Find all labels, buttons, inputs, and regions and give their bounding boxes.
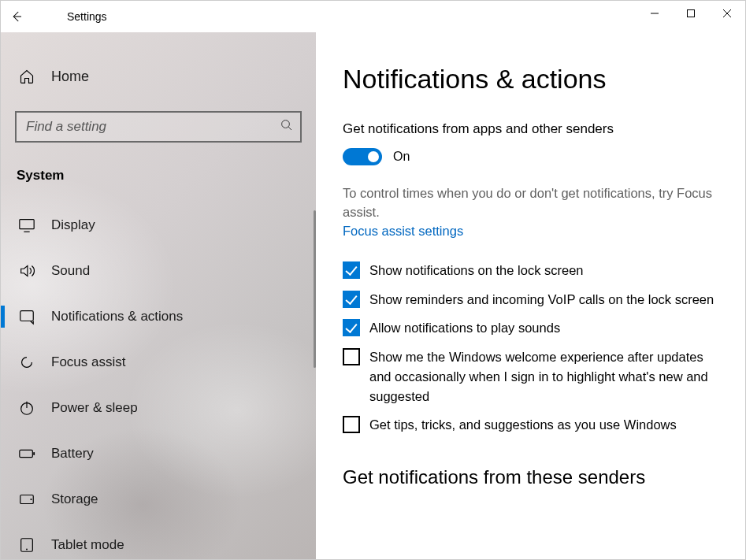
close-icon bbox=[722, 9, 732, 18]
checkbox-row-sounds: Allow notifications to play sounds bbox=[343, 318, 723, 338]
checkbox-welcome[interactable] bbox=[343, 348, 360, 365]
home-nav[interactable]: Home bbox=[1, 56, 316, 97]
svg-line-5 bbox=[288, 127, 291, 130]
checkbox-tips[interactable] bbox=[343, 416, 360, 433]
checkbox-sounds[interactable] bbox=[343, 319, 360, 336]
home-label: Home bbox=[51, 69, 89, 85]
focus-assist-desc: To control times when you do or don't ge… bbox=[343, 184, 723, 222]
toggle-state: On bbox=[393, 150, 410, 164]
checkbox-label: Show notifications on the lock screen bbox=[369, 261, 584, 280]
senders-section-title: Get notifications from these senders bbox=[343, 466, 723, 488]
search-icon bbox=[280, 118, 294, 135]
svg-point-4 bbox=[282, 121, 290, 128]
svg-point-16 bbox=[26, 549, 28, 551]
checkbox-row-tips: Get tips, tricks, and suggestions as you… bbox=[343, 415, 723, 435]
sidebar-item-battery[interactable]: Battery bbox=[1, 431, 316, 477]
power-icon bbox=[18, 399, 35, 417]
nav-list: Display Sound Notifications & actions Fo… bbox=[1, 202, 316, 560]
sidebar-item-label: Battery bbox=[51, 446, 94, 462]
svg-rect-1 bbox=[688, 10, 695, 17]
arrow-left-icon bbox=[9, 9, 24, 24]
section-header: System bbox=[1, 158, 316, 202]
sidebar-item-label: Power & sleep bbox=[51, 400, 138, 416]
checkbox-label: Show me the Windows welcome experience a… bbox=[369, 347, 723, 406]
tablet-icon bbox=[18, 536, 35, 554]
window-controls bbox=[637, 1, 745, 26]
storage-icon bbox=[18, 491, 35, 508]
sound-icon bbox=[18, 262, 35, 280]
checkbox-row-welcome: Show me the Windows welcome experience a… bbox=[343, 347, 723, 406]
back-button[interactable] bbox=[1, 1, 32, 32]
checkbox-label: Show reminders and incoming VoIP calls o… bbox=[369, 290, 714, 310]
home-icon bbox=[18, 68, 35, 85]
toggle-label: Get notifications from apps and other se… bbox=[343, 121, 723, 137]
checkbox-label: Get tips, tricks, and suggestions as you… bbox=[369, 415, 677, 435]
sidebar-item-label: Sound bbox=[51, 263, 90, 279]
close-button[interactable] bbox=[709, 1, 745, 26]
sidebar-item-display[interactable]: Display bbox=[1, 202, 316, 248]
page-title: Notifications & actions bbox=[343, 64, 723, 95]
display-icon bbox=[18, 217, 35, 234]
checkbox-row-lockscreen: Show notifications on the lock screen bbox=[343, 261, 723, 280]
minimize-button[interactable] bbox=[637, 1, 673, 26]
sidebar-item-notifications[interactable]: Notifications & actions bbox=[1, 294, 316, 339]
minimize-icon bbox=[650, 9, 659, 18]
sidebar-item-label: Focus assist bbox=[51, 354, 125, 370]
search-wrap bbox=[15, 111, 302, 143]
window-title: Settings bbox=[67, 10, 107, 23]
sidebar-item-label: Notifications & actions bbox=[51, 309, 183, 325]
sidebar-item-label: Storage bbox=[51, 491, 98, 507]
sidebar-item-focus-assist[interactable]: Focus assist bbox=[1, 339, 316, 385]
sidebar: Home System Display Sound Notifications … bbox=[1, 32, 316, 560]
sidebar-item-storage[interactable]: Storage bbox=[1, 477, 316, 522]
sidebar-item-power[interactable]: Power & sleep bbox=[1, 385, 316, 431]
sidebar-item-label: Tablet mode bbox=[51, 537, 124, 553]
checkbox-reminders[interactable] bbox=[343, 291, 360, 308]
titlebar: Settings bbox=[1, 1, 745, 32]
checkbox-row-reminders: Show reminders and incoming VoIP calls o… bbox=[343, 290, 723, 310]
focus-assist-link[interactable]: Focus assist settings bbox=[343, 224, 463, 239]
svg-rect-12 bbox=[33, 452, 35, 455]
focus-assist-icon bbox=[18, 354, 35, 371]
svg-rect-6 bbox=[20, 220, 34, 229]
sidebar-item-sound[interactable]: Sound bbox=[1, 248, 316, 294]
toggle-row: On bbox=[343, 148, 723, 165]
sidebar-item-label: Display bbox=[51, 217, 95, 233]
checkbox-label: Allow notifications to play sounds bbox=[369, 318, 560, 338]
svg-rect-11 bbox=[20, 450, 33, 457]
notifications-toggle[interactable] bbox=[343, 148, 382, 165]
notifications-icon bbox=[18, 308, 35, 325]
battery-icon bbox=[18, 445, 35, 462]
search-input[interactable] bbox=[15, 111, 302, 143]
svg-rect-8 bbox=[20, 311, 34, 321]
maximize-button[interactable] bbox=[673, 1, 709, 26]
svg-point-14 bbox=[30, 499, 32, 500]
sidebar-item-tablet[interactable]: Tablet mode bbox=[1, 522, 316, 560]
checkbox-lockscreen[interactable] bbox=[343, 261, 360, 279]
content-area: Notifications & actions Get notification… bbox=[316, 32, 745, 560]
maximize-icon bbox=[686, 9, 696, 18]
